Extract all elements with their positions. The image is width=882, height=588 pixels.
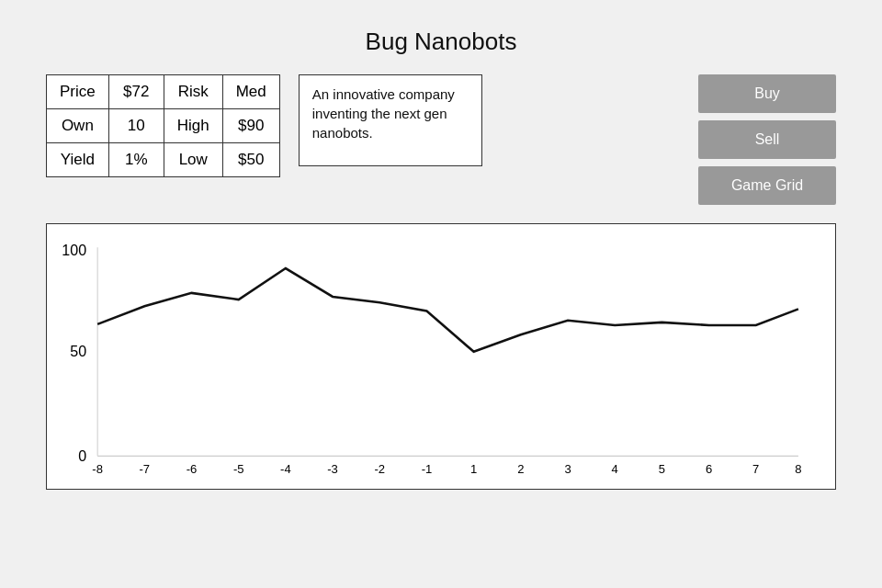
cell-risk-value: Med bbox=[222, 75, 279, 109]
table-row-2: Own 10 High $90 bbox=[47, 109, 280, 143]
chart-line bbox=[97, 268, 798, 352]
svg-text:-5: -5 bbox=[233, 462, 244, 476]
svg-text:-7: -7 bbox=[140, 462, 151, 476]
svg-text:-3: -3 bbox=[327, 462, 338, 476]
button-group: Buy Sell Game Grid bbox=[698, 74, 836, 205]
svg-text:8: 8 bbox=[795, 462, 801, 476]
y-label-0: 0 bbox=[78, 447, 86, 463]
sell-button[interactable]: Sell bbox=[698, 120, 836, 159]
game-grid-button[interactable]: Game Grid bbox=[698, 166, 836, 205]
svg-text:3: 3 bbox=[564, 462, 571, 476]
y-label-50: 50 bbox=[70, 343, 86, 359]
cell-yield-value: 1% bbox=[108, 143, 164, 177]
svg-text:1: 1 bbox=[470, 462, 477, 476]
svg-text:2: 2 bbox=[517, 462, 524, 476]
svg-text:-4: -4 bbox=[280, 462, 291, 476]
svg-text:4: 4 bbox=[612, 462, 618, 476]
svg-text:7: 7 bbox=[752, 462, 759, 476]
svg-text:-1: -1 bbox=[422, 462, 433, 476]
cell-high-value: $90 bbox=[222, 109, 279, 143]
buy-button[interactable]: Buy bbox=[698, 74, 836, 113]
cell-own-value: 10 bbox=[108, 109, 164, 143]
cell-high-label: High bbox=[164, 109, 222, 143]
cell-yield-label: Yield bbox=[47, 143, 109, 177]
svg-text:6: 6 bbox=[706, 462, 712, 476]
svg-text:5: 5 bbox=[659, 462, 665, 476]
svg-text:-2: -2 bbox=[374, 462, 385, 476]
table-row-1: Price $72 Risk Med bbox=[47, 75, 280, 109]
cell-low-value: $50 bbox=[222, 143, 279, 177]
svg-text:-6: -6 bbox=[187, 462, 198, 476]
table-row-3: Yield 1% Low $50 bbox=[47, 143, 280, 177]
chart-svg: 100 50 0 -8 -7 -6 -5 -4 -3 -2 -1 1 2 3 4… bbox=[61, 238, 817, 475]
cell-low-label: Low bbox=[164, 143, 222, 177]
description-box: An innovative company inventing the next… bbox=[299, 74, 482, 166]
info-table: Price $72 Risk Med Own 10 High $90 Yield… bbox=[46, 74, 280, 177]
cell-price-value: $72 bbox=[108, 75, 164, 109]
chart-container: 100 50 0 -8 -7 -6 -5 -4 -3 -2 -1 1 2 3 4… bbox=[46, 223, 836, 490]
page-title: Bug Nanobots bbox=[366, 28, 517, 56]
cell-risk-label: Risk bbox=[164, 75, 222, 109]
cell-price-label: Price bbox=[47, 75, 109, 109]
cell-own-label: Own bbox=[47, 109, 109, 143]
svg-text:-8: -8 bbox=[92, 462, 103, 476]
y-label-100: 100 bbox=[62, 241, 86, 257]
